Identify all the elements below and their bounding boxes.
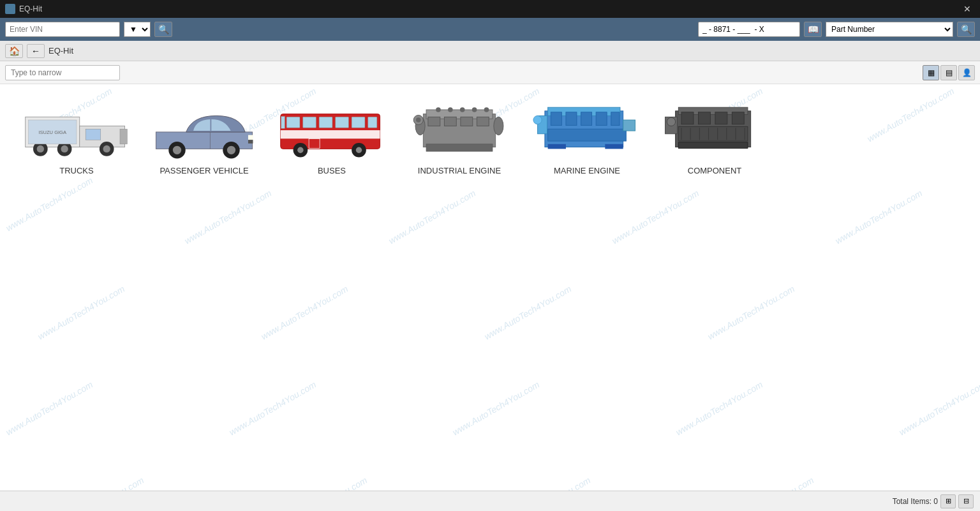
category-trucks[interactable]: ISUZU GIGA TRUCKS <box>19 97 134 175</box>
expand-icon: ⊞ <box>946 497 951 505</box>
svg-rect-45 <box>426 144 493 151</box>
vin-search-button[interactable]: 🔍 <box>154 22 172 37</box>
svg-rect-55 <box>596 112 607 126</box>
svg-rect-17 <box>248 135 253 140</box>
svg-rect-43 <box>461 117 473 126</box>
buses-image <box>274 97 389 161</box>
grid-icon: ▦ <box>928 68 935 77</box>
status-btn-2[interactable]: ⊟ <box>958 494 974 508</box>
list-icon: ▤ <box>946 68 953 77</box>
marine-engine-image <box>530 97 644 161</box>
back-icon: ← <box>31 46 40 56</box>
component-label: COMPONENT <box>688 166 742 175</box>
svg-point-39 <box>472 107 477 112</box>
trucks-label: TRUCKS <box>59 166 93 175</box>
svg-rect-61 <box>605 144 623 149</box>
detail-icon: 👤 <box>962 68 972 77</box>
svg-rect-69 <box>678 126 748 141</box>
svg-rect-26 <box>352 117 365 128</box>
home-button[interactable]: 🏠 <box>5 44 23 58</box>
svg-point-49 <box>416 117 421 122</box>
watermark: www.AutoTech4You.com <box>501 475 592 491</box>
component-image <box>657 97 772 161</box>
marine-engine-label: MARINE ENGINE <box>554 166 620 175</box>
breadcrumb: EQ-Hit <box>48 46 73 56</box>
industrial-engine-svg <box>405 99 514 159</box>
svg-point-36 <box>436 107 441 112</box>
nav-bar: 🏠 ← EQ-Hit <box>0 41 980 61</box>
svg-rect-24 <box>319 117 332 128</box>
category-buses[interactable]: BUSES <box>274 97 389 175</box>
watermark: www.AutoTech4You.com <box>725 475 815 491</box>
category-marine-engine[interactable]: MARINE ENGINE <box>530 97 644 175</box>
part-number-serial-input[interactable]: _ - 8871 - ___ - X <box>698 22 800 37</box>
category-component[interactable]: COMPONENT <box>657 97 772 175</box>
total-items: Total Items: 0 <box>893 497 938 506</box>
watermark: www.AutoTech4You.com <box>450 379 541 437</box>
watermark: www.AutoTech4You.com <box>610 188 701 246</box>
passenger-vehicle-svg <box>150 99 258 159</box>
detail-view-button[interactable]: 👤 <box>958 65 975 80</box>
svg-point-38 <box>460 107 465 112</box>
grid-view-button[interactable]: ▦ <box>923 65 939 80</box>
title-bar: EQ-Hit ✕ <box>0 0 980 18</box>
svg-rect-22 <box>286 117 300 128</box>
svg-rect-62 <box>623 120 635 131</box>
part-number-dropdown[interactable]: Part Number <box>826 22 953 37</box>
part-search-button[interactable]: 🔍 <box>957 22 975 37</box>
list-view-button[interactable]: ▤ <box>940 65 957 80</box>
svg-rect-54 <box>581 112 592 126</box>
buses-label: BUSES <box>318 166 346 175</box>
svg-rect-44 <box>477 117 489 126</box>
svg-point-47 <box>494 117 503 135</box>
category-industrial-engine[interactable]: INDUSTRIAL ENGINE <box>402 97 517 175</box>
toolbar: ▼ 🔍 _ - 8871 - ___ - X 📖 Part Number 🔍 <box>0 18 980 41</box>
svg-rect-2 <box>85 129 101 140</box>
back-button[interactable]: ← <box>27 44 45 58</box>
view-toggle: ▦ ▤ 👤 <box>923 65 975 80</box>
svg-rect-78 <box>678 142 748 148</box>
svg-rect-56 <box>611 112 620 126</box>
watermark: www.AutoTech4You.com <box>55 475 145 491</box>
category-passenger-vehicle[interactable]: PASSENGER VEHICLE <box>147 97 262 175</box>
search-icon: 🔍 <box>158 24 169 34</box>
book-icon-button[interactable]: 📖 <box>804 22 822 37</box>
narrow-input[interactable] <box>5 65 120 80</box>
passenger-vehicle-image <box>147 97 262 161</box>
watermark: www.AutoTech4You.com <box>387 188 477 246</box>
marine-engine-svg <box>533 99 641 159</box>
watermark: www.AutoTech4You.com <box>182 188 273 246</box>
category-grid: ISUZU GIGA TRUCKS <box>0 84 980 188</box>
watermark: www.AutoTech4You.com <box>833 188 924 246</box>
app-icon <box>5 4 15 14</box>
svg-rect-28 <box>281 116 285 128</box>
svg-rect-60 <box>548 144 566 149</box>
buses-svg <box>278 99 386 159</box>
trucks-image: ISUZU GIGA <box>19 97 134 161</box>
watermark: www.AutoTech4You.com <box>259 283 350 341</box>
vin-dropdown[interactable]: ▼ <box>124 22 151 37</box>
app-title: EQ-Hit <box>19 4 42 13</box>
svg-rect-66 <box>699 112 711 124</box>
svg-rect-21 <box>281 130 380 138</box>
book-icon: 📖 <box>808 24 819 34</box>
svg-text:ISUZU GIGA: ISUZU GIGA <box>38 130 67 135</box>
svg-point-37 <box>448 107 453 112</box>
svg-rect-65 <box>681 112 694 124</box>
svg-point-4 <box>37 145 44 152</box>
svg-rect-68 <box>732 112 744 124</box>
svg-rect-52 <box>551 112 561 126</box>
svg-point-32 <box>356 147 362 152</box>
search-icon-2: 🔍 <box>961 24 972 34</box>
svg-point-30 <box>297 147 303 152</box>
trucks-svg: ISUZU GIGA <box>22 99 131 159</box>
svg-rect-11 <box>120 129 127 144</box>
svg-rect-18 <box>248 140 253 144</box>
svg-point-59 <box>533 115 542 124</box>
status-btn-1[interactable]: ⊞ <box>940 494 956 508</box>
watermark: www.AutoTech4You.com <box>706 283 796 341</box>
svg-point-6 <box>61 145 68 152</box>
vin-input[interactable] <box>5 22 120 37</box>
svg-point-40 <box>484 107 489 112</box>
close-button[interactable]: ✕ <box>960 3 975 15</box>
